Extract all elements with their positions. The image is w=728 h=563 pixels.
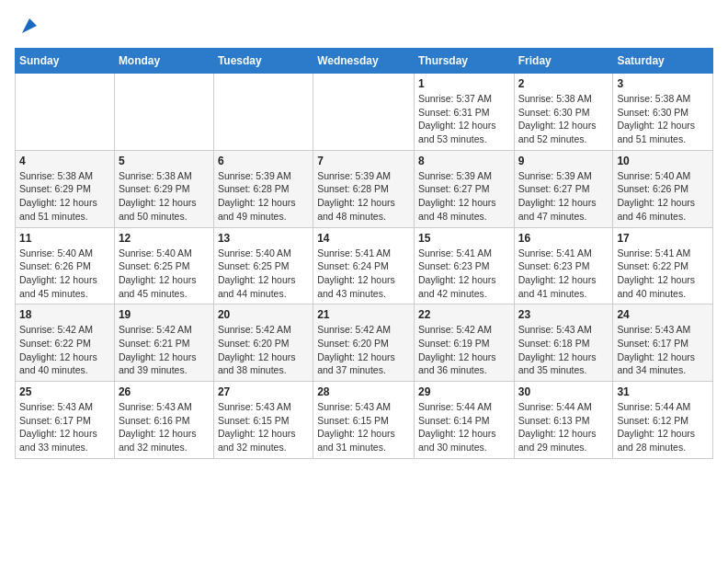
calendar-cell xyxy=(213,74,313,151)
day-header-monday: Monday xyxy=(114,49,213,74)
calendar-cell xyxy=(16,74,115,151)
day-number: 21 xyxy=(317,308,410,321)
day-info: Sunrise: 5:43 AM Sunset: 6:18 PM Dayligh… xyxy=(518,323,609,377)
day-number: 28 xyxy=(317,385,410,398)
calendar-cell: 25Sunrise: 5:43 AM Sunset: 6:17 PM Dayli… xyxy=(16,382,115,459)
day-info: Sunrise: 5:41 AM Sunset: 6:24 PM Dayligh… xyxy=(317,247,410,301)
calendar-cell: 22Sunrise: 5:42 AM Sunset: 6:19 PM Dayli… xyxy=(414,304,514,382)
day-number: 5 xyxy=(119,155,210,167)
day-number: 14 xyxy=(317,232,410,245)
calendar-cell: 16Sunrise: 5:41 AM Sunset: 6:23 PM Dayli… xyxy=(514,227,613,304)
calendar-cell: 3Sunrise: 5:38 AM Sunset: 6:30 PM Daylig… xyxy=(613,74,713,151)
day-number: 1 xyxy=(418,77,510,90)
day-info: Sunrise: 5:43 AM Sunset: 6:16 PM Dayligh… xyxy=(119,400,210,454)
calendar-cell xyxy=(313,74,415,151)
calendar-cell: 1Sunrise: 5:37 AM Sunset: 6:31 PM Daylig… xyxy=(414,74,514,151)
calendar-cell: 23Sunrise: 5:43 AM Sunset: 6:18 PM Dayli… xyxy=(514,304,613,382)
day-number: 19 xyxy=(119,308,210,321)
day-info: Sunrise: 5:38 AM Sunset: 6:29 PM Dayligh… xyxy=(119,169,210,224)
day-number: 26 xyxy=(119,385,210,398)
calendar-week-row: 18Sunrise: 5:42 AM Sunset: 6:22 PM Dayli… xyxy=(16,304,713,382)
day-info: Sunrise: 5:41 AM Sunset: 6:22 PM Dayligh… xyxy=(617,247,709,301)
calendar-cell: 30Sunrise: 5:44 AM Sunset: 6:13 PM Dayli… xyxy=(514,382,613,459)
day-info: Sunrise: 5:43 AM Sunset: 6:17 PM Dayligh… xyxy=(617,323,709,377)
day-number: 4 xyxy=(19,155,110,167)
day-number: 15 xyxy=(418,232,510,245)
day-number: 13 xyxy=(218,232,309,245)
day-info: Sunrise: 5:37 AM Sunset: 6:31 PM Dayligh… xyxy=(418,92,510,146)
calendar-cell: 13Sunrise: 5:40 AM Sunset: 6:25 PM Dayli… xyxy=(213,227,313,304)
day-info: Sunrise: 5:42 AM Sunset: 6:21 PM Dayligh… xyxy=(119,323,210,377)
calendar-cell: 20Sunrise: 5:42 AM Sunset: 6:20 PM Dayli… xyxy=(213,304,313,382)
svg-marker-0 xyxy=(22,18,37,33)
day-number: 17 xyxy=(617,232,709,245)
calendar-cell: 5Sunrise: 5:38 AM Sunset: 6:29 PM Daylig… xyxy=(114,150,213,227)
calendar-cell xyxy=(114,74,213,151)
day-info: Sunrise: 5:42 AM Sunset: 6:19 PM Dayligh… xyxy=(418,323,510,377)
calendar-table: SundayMondayTuesdayWednesdayThursdayFrid… xyxy=(15,48,713,459)
day-header-sunday: Sunday xyxy=(16,49,115,74)
day-number: 30 xyxy=(518,385,609,398)
day-number: 11 xyxy=(19,232,110,245)
day-info: Sunrise: 5:44 AM Sunset: 6:12 PM Dayligh… xyxy=(617,400,709,454)
day-number: 27 xyxy=(218,385,309,398)
day-header-tuesday: Tuesday xyxy=(213,49,313,74)
calendar-cell: 21Sunrise: 5:42 AM Sunset: 6:20 PM Dayli… xyxy=(313,304,415,382)
day-number: 12 xyxy=(119,232,210,245)
calendar-cell: 8Sunrise: 5:39 AM Sunset: 6:27 PM Daylig… xyxy=(414,150,514,227)
day-info: Sunrise: 5:40 AM Sunset: 6:26 PM Dayligh… xyxy=(617,169,709,224)
day-number: 16 xyxy=(518,232,609,245)
day-header-wednesday: Wednesday xyxy=(313,49,415,74)
day-info: Sunrise: 5:38 AM Sunset: 6:30 PM Dayligh… xyxy=(617,92,709,146)
day-info: Sunrise: 5:43 AM Sunset: 6:17 PM Dayligh… xyxy=(19,400,110,454)
calendar-cell: 10Sunrise: 5:40 AM Sunset: 6:26 PM Dayli… xyxy=(613,150,713,227)
day-number: 31 xyxy=(617,385,709,398)
day-number: 23 xyxy=(518,308,609,321)
day-info: Sunrise: 5:40 AM Sunset: 6:26 PM Dayligh… xyxy=(19,247,110,301)
logo xyxy=(15,15,40,37)
day-number: 24 xyxy=(617,308,709,321)
calendar-cell: 28Sunrise: 5:43 AM Sunset: 6:15 PM Dayli… xyxy=(313,382,415,459)
calendar-header-row: SundayMondayTuesdayWednesdayThursdayFrid… xyxy=(16,49,713,74)
day-number: 3 xyxy=(617,77,709,90)
calendar-cell: 2Sunrise: 5:38 AM Sunset: 6:30 PM Daylig… xyxy=(514,74,613,151)
calendar-cell: 9Sunrise: 5:39 AM Sunset: 6:27 PM Daylig… xyxy=(514,150,613,227)
day-number: 20 xyxy=(218,308,309,321)
day-info: Sunrise: 5:40 AM Sunset: 6:25 PM Dayligh… xyxy=(218,247,309,301)
calendar-week-row: 4Sunrise: 5:38 AM Sunset: 6:29 PM Daylig… xyxy=(16,150,713,227)
calendar-cell: 31Sunrise: 5:44 AM Sunset: 6:12 PM Dayli… xyxy=(613,382,713,459)
day-info: Sunrise: 5:40 AM Sunset: 6:25 PM Dayligh… xyxy=(119,247,210,301)
calendar-week-row: 11Sunrise: 5:40 AM Sunset: 6:26 PM Dayli… xyxy=(16,227,713,304)
day-number: 29 xyxy=(418,385,510,398)
calendar-cell: 15Sunrise: 5:41 AM Sunset: 6:23 PM Dayli… xyxy=(414,227,514,304)
calendar-cell: 4Sunrise: 5:38 AM Sunset: 6:29 PM Daylig… xyxy=(16,150,115,227)
day-info: Sunrise: 5:38 AM Sunset: 6:29 PM Dayligh… xyxy=(19,169,110,224)
calendar-week-row: 25Sunrise: 5:43 AM Sunset: 6:17 PM Dayli… xyxy=(16,382,713,459)
day-info: Sunrise: 5:42 AM Sunset: 6:20 PM Dayligh… xyxy=(317,323,410,377)
calendar-cell: 12Sunrise: 5:40 AM Sunset: 6:25 PM Dayli… xyxy=(114,227,213,304)
day-info: Sunrise: 5:39 AM Sunset: 6:27 PM Dayligh… xyxy=(418,169,510,224)
day-header-friday: Friday xyxy=(514,49,613,74)
day-info: Sunrise: 5:43 AM Sunset: 6:15 PM Dayligh… xyxy=(218,400,309,454)
day-info: Sunrise: 5:39 AM Sunset: 6:28 PM Dayligh… xyxy=(218,169,309,224)
day-header-saturday: Saturday xyxy=(613,49,713,74)
day-number: 10 xyxy=(617,155,709,167)
calendar-cell: 27Sunrise: 5:43 AM Sunset: 6:15 PM Dayli… xyxy=(213,382,313,459)
day-number: 9 xyxy=(518,155,609,167)
day-header-thursday: Thursday xyxy=(414,49,514,74)
day-info: Sunrise: 5:44 AM Sunset: 6:14 PM Dayligh… xyxy=(418,400,510,454)
calendar-cell: 26Sunrise: 5:43 AM Sunset: 6:16 PM Dayli… xyxy=(114,382,213,459)
day-number: 18 xyxy=(19,308,110,321)
calendar-cell: 17Sunrise: 5:41 AM Sunset: 6:22 PM Dayli… xyxy=(613,227,713,304)
day-number: 8 xyxy=(418,155,510,167)
day-info: Sunrise: 5:42 AM Sunset: 6:22 PM Dayligh… xyxy=(19,323,110,377)
calendar-cell: 11Sunrise: 5:40 AM Sunset: 6:26 PM Dayli… xyxy=(16,227,115,304)
calendar-cell: 7Sunrise: 5:39 AM Sunset: 6:28 PM Daylig… xyxy=(313,150,415,227)
day-number: 22 xyxy=(418,308,510,321)
day-info: Sunrise: 5:39 AM Sunset: 6:28 PM Dayligh… xyxy=(317,169,410,224)
calendar-cell: 18Sunrise: 5:42 AM Sunset: 6:22 PM Dayli… xyxy=(16,304,115,382)
day-info: Sunrise: 5:42 AM Sunset: 6:20 PM Dayligh… xyxy=(218,323,309,377)
day-info: Sunrise: 5:38 AM Sunset: 6:30 PM Dayligh… xyxy=(518,92,609,146)
day-info: Sunrise: 5:44 AM Sunset: 6:13 PM Dayligh… xyxy=(518,400,609,454)
calendar-cell: 29Sunrise: 5:44 AM Sunset: 6:14 PM Dayli… xyxy=(414,382,514,459)
